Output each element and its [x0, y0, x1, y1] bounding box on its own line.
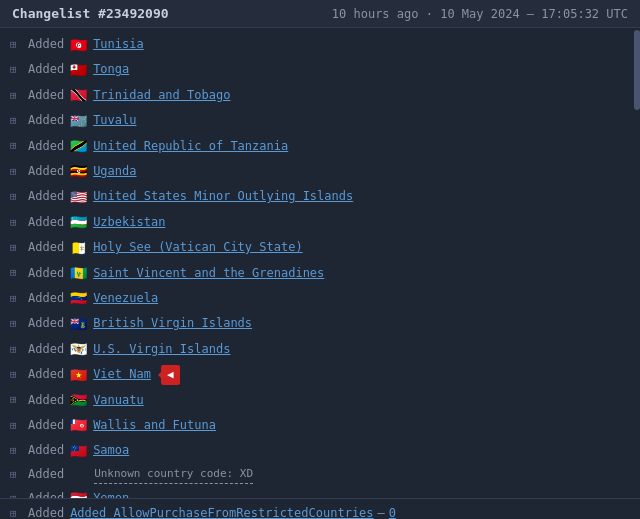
country-link[interactable]: Tuvalu	[93, 111, 136, 130]
country-link[interactable]: Uganda	[93, 162, 136, 181]
items-list: ⊞Added🇹🇳Tunisia⊞Added🇹🇴Tonga⊞Added🇹🇹Trin…	[0, 28, 640, 498]
added-label: Added	[28, 340, 64, 359]
plus-icon: ⊞	[10, 137, 24, 155]
dash: –	[378, 506, 385, 519]
flag-icon: 🇹🇳	[70, 34, 87, 56]
list-item: ⊞Added🇺🇿Uzbekistan	[0, 210, 640, 235]
list-item: ⊞Added🇻🇬British Virgin Islands	[0, 311, 640, 336]
added-label: Added	[28, 391, 64, 410]
list-item: ⊞Added🇺🇬Uganda	[0, 159, 640, 184]
changelist-title: Changelist #23492090	[12, 6, 169, 21]
country-link[interactable]: Venezuela	[93, 289, 158, 308]
added-label: Added	[28, 264, 64, 283]
flag-icon: 🇻🇪	[70, 287, 87, 309]
allow-purchase-value[interactable]: 0	[389, 506, 396, 519]
country-link[interactable]: United Republic of Tanzania	[93, 137, 288, 156]
allow-purchase-row: ⊞ Added Added AllowPurchaseFromRestricte…	[10, 504, 630, 519]
country-link[interactable]: United States Minor Outlying Islands	[93, 187, 353, 206]
country-link[interactable]: Holy See (Vatican City State)	[93, 238, 303, 257]
plus-icon: ⊞	[10, 507, 24, 520]
flag-icon: 🇺🇿	[70, 211, 87, 233]
list-item: ⊞Added🇹🇹Trinidad and Tobago	[0, 83, 640, 108]
flag-icon: 🇹🇿	[70, 135, 87, 157]
added-label: Added	[28, 213, 64, 232]
plus-icon: ⊞	[10, 112, 24, 130]
country-link[interactable]: Tonga	[93, 60, 129, 79]
list-item: ⊞Added🇼🇫Wallis and Futuna	[0, 413, 640, 438]
plus-icon: ⊞	[10, 36, 24, 54]
country-link[interactable]: Viet Nam	[93, 365, 151, 384]
plus-icon: ⊞	[10, 214, 24, 232]
plus-icon: ⊞	[10, 391, 24, 409]
added-label: Added	[28, 465, 64, 484]
added-label: Added	[28, 162, 64, 181]
country-link[interactable]: Samoa	[93, 441, 129, 460]
flag-icon: 🇻🇬	[70, 313, 87, 335]
list-item: ⊞Added🇻🇳Viet Nam◀	[0, 362, 640, 387]
header: Changelist #23492090 10 hours ago · 10 M…	[0, 0, 640, 28]
plus-icon: ⊞	[10, 239, 24, 257]
added-label: Added	[28, 111, 64, 130]
list-item: ⊞Added🇹🇴Tonga	[0, 57, 640, 82]
list-item: ⊞Added🇺🇲United States Minor Outlying Isl…	[0, 184, 640, 209]
added-label: Added	[28, 365, 64, 384]
allow-purchase-link[interactable]: Added AllowPurchaseFromRestrictedCountri…	[70, 506, 373, 519]
flag-icon: 🇹🇴	[70, 59, 87, 81]
footer: ⊞ Added Added AllowPurchaseFromRestricte…	[0, 498, 640, 519]
country-link[interactable]: Yemen	[93, 489, 129, 498]
plus-icon: ⊞	[10, 315, 24, 333]
plus-icon: ⊞	[10, 341, 24, 359]
flag-icon: 🇻🇺	[70, 389, 87, 411]
added-label: Added	[28, 35, 64, 54]
list-item: ⊞Added🇹🇿United Republic of Tanzania	[0, 134, 640, 159]
added-label: Added	[28, 137, 64, 156]
flag-icon: 🇻🇳	[70, 364, 87, 386]
flag-icon: 🇼🇸	[70, 440, 87, 462]
flag-icon: 🇹🇹	[70, 84, 87, 106]
added-label: Added	[28, 86, 64, 105]
country-link[interactable]: Wallis and Futuna	[93, 416, 216, 435]
country-link[interactable]: Unknown country code: XD	[94, 465, 253, 484]
country-link[interactable]: Vanuatu	[93, 391, 144, 410]
country-link[interactable]: Uzbekistan	[93, 213, 165, 232]
country-link[interactable]: British Virgin Islands	[93, 314, 252, 333]
plus-icon: ⊞	[10, 87, 24, 105]
flag-icon: 🇺🇬	[70, 160, 87, 182]
flag-icon: 🇺🇲	[70, 186, 87, 208]
plus-icon: ⊞	[10, 366, 24, 384]
added-label: Added	[28, 187, 64, 206]
list-item: ⊞Added🇼🇸Samoa	[0, 438, 640, 463]
list-item: ⊞Added🇻🇺Vanuatu	[0, 387, 640, 412]
plus-icon: ⊞	[10, 264, 24, 282]
flag-icon: 🇻🇨	[70, 262, 87, 284]
list-item: ⊞Added🇻🇨Saint Vincent and the Grenadines	[0, 261, 640, 286]
added-label: Added	[28, 416, 64, 435]
list-item: ⊞Added🇹🇻Tuvalu	[0, 108, 640, 133]
app-container: Changelist #23492090 10 hours ago · 10 M…	[0, 0, 640, 519]
country-link[interactable]: U.S. Virgin Islands	[93, 340, 230, 359]
plus-icon: ⊞	[10, 466, 24, 484]
added-label: Added	[28, 289, 64, 308]
header-timestamp: 10 hours ago · 10 May 2024 – 17:05:32 UT…	[332, 7, 628, 21]
plus-icon: ⊞	[10, 188, 24, 206]
country-link[interactable]: Tunisia	[93, 35, 144, 54]
plus-icon: ⊞	[10, 163, 24, 181]
flag-icon: 🇾🇪	[70, 487, 87, 498]
list-item: ⊞AddedUnknown country code: XD	[0, 464, 640, 486]
added-label: Added	[28, 314, 64, 333]
plus-icon: ⊞	[10, 417, 24, 435]
added-label: Added	[28, 489, 64, 498]
list-item: ⊞Added🇾🇪Yemen	[0, 486, 640, 498]
country-link[interactable]: Trinidad and Tobago	[93, 86, 230, 105]
list-item: ⊞Added🇻🇦Holy See (Vatican City State)	[0, 235, 640, 260]
list-item: ⊞Added🇻🇪Venezuela	[0, 286, 640, 311]
plus-icon: ⊞	[10, 442, 24, 460]
flag-icon: 🇻🇮	[70, 338, 87, 360]
list-item: ⊞Added🇻🇮U.S. Virgin Islands	[0, 337, 640, 362]
flag-icon: 🇼🇫	[70, 414, 87, 436]
arrow-indicator: ◀	[161, 365, 180, 385]
plus-icon: ⊞	[10, 490, 24, 498]
flag-icon: 🇻🇦	[70, 237, 87, 259]
scrollbar-thumb[interactable]	[634, 30, 640, 110]
country-link[interactable]: Saint Vincent and the Grenadines	[93, 264, 324, 283]
